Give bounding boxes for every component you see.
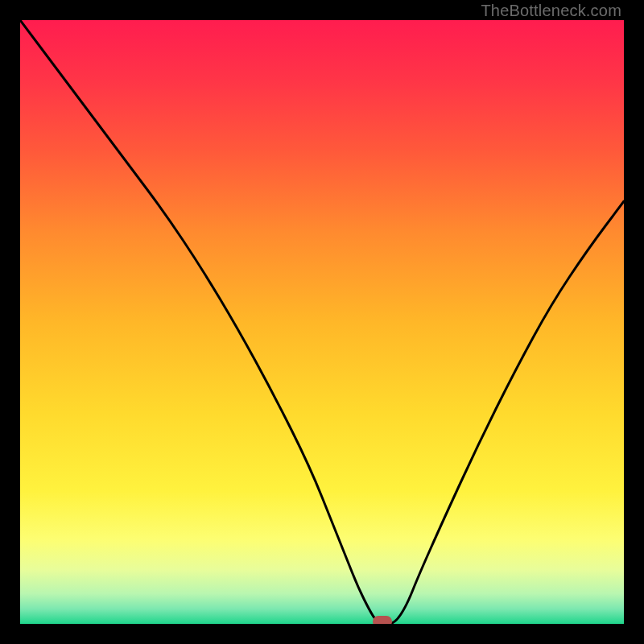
- bottleneck-chart: [20, 20, 624, 624]
- optimum-marker: [373, 616, 392, 624]
- chart-frame: [20, 20, 624, 624]
- watermark-text: TheBottleneck.com: [481, 2, 621, 20]
- chart-background: [20, 20, 624, 624]
